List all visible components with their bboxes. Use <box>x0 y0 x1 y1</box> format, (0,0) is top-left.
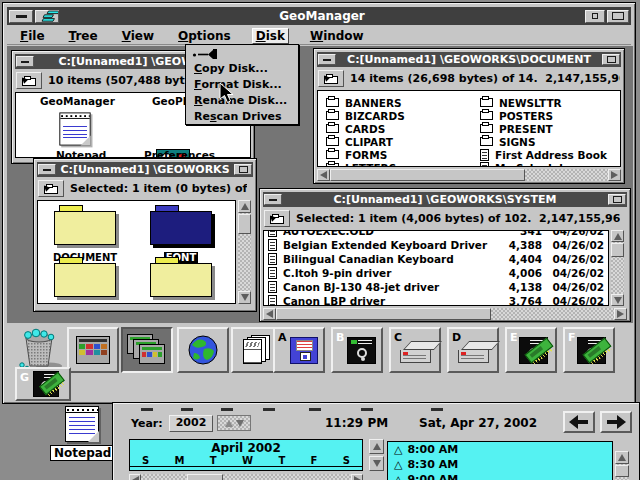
menu-file[interactable]: File <box>17 29 48 43</box>
appointments-vertical-scrollbar[interactable] <box>615 451 629 480</box>
scroll-down-button[interactable] <box>238 291 251 304</box>
scrollbar-thumb[interactable] <box>611 243 624 257</box>
year-spinner[interactable] <box>217 415 251 431</box>
file-row[interactable]: Canon LBP driver 3,764 04/26/02 <box>268 294 604 306</box>
list-item[interactable]: CARDS <box>326 122 405 135</box>
scroll-right-button[interactable] <box>608 169 621 181</box>
appointment-row[interactable]: △ 9:00 AM <box>388 472 612 480</box>
parent-directory-button[interactable] <box>264 210 290 227</box>
desktop-view-button[interactable] <box>67 327 119 373</box>
scroll-up-button[interactable] <box>615 451 629 464</box>
list-item[interactable]: CLIPART <box>326 135 405 148</box>
drive-a-button[interactable]: A <box>273 327 325 373</box>
file-row[interactable]: Canon BJ-130 48-jet driver 4,138 04/26/0… <box>268 280 604 294</box>
appointment-row[interactable]: △ 8:30 AM <box>388 457 612 472</box>
list-item[interactable]: NEWSLTTR <box>480 96 607 109</box>
scrollbar-thumb[interactable] <box>330 169 525 181</box>
menu-item-copy-disk[interactable]: Copy Disk... <box>186 60 298 76</box>
list-item[interactable]: BIZCARDS <box>326 109 405 122</box>
maximize-button[interactable] <box>607 10 629 23</box>
menu-disk[interactable]: Disk <box>252 28 289 44</box>
vertical-scrollbar[interactable] <box>238 200 251 304</box>
minimize-button[interactable] <box>264 194 282 205</box>
maximize-button[interactable] <box>234 164 252 175</box>
parent-directory-button[interactable] <box>38 180 64 197</box>
appointment-list[interactable]: △ 8:00 AM △ 8:30 AM △ 9:00 AM <box>387 441 613 480</box>
list-item[interactable]: PRESENT <box>480 122 607 135</box>
icon-label[interactable]: Preferences <box>144 149 215 158</box>
menu-options[interactable]: Options <box>175 29 234 43</box>
wastebasket-icon[interactable] <box>13 325 65 371</box>
calendar-horizontal-scrollbar[interactable] <box>129 474 363 480</box>
icon-label[interactable]: GeoManager <box>40 95 115 107</box>
list-item[interactable]: LETTERS <box>326 161 405 167</box>
list-item[interactable]: SIGNS <box>480 135 607 148</box>
menu-tree[interactable]: Tree <box>66 29 101 43</box>
list-item[interactable]: BANNERS <box>326 96 405 109</box>
file-row[interactable]: Belgian Extended Keyboard Driver 4,388 0… <box>268 238 604 252</box>
horizontal-scrollbar[interactable] <box>263 308 627 320</box>
folder-font-selected[interactable]: FONT <box>150 211 212 245</box>
file-row[interactable]: AUTOEXEC.OLD 341 04/26/02 <box>268 230 604 238</box>
scrollbar-thumb[interactable] <box>615 465 629 477</box>
minimize-button[interactable] <box>318 54 336 65</box>
year-value[interactable]: 2002 <box>169 415 213 432</box>
month-up-button[interactable] <box>369 439 384 454</box>
drive-g-button[interactable]: G <box>15 367 71 401</box>
express-menu-button[interactable] <box>35 10 59 23</box>
minimize-button[interactable] <box>38 164 56 175</box>
drive-c-button[interactable]: C <box>389 327 441 373</box>
restore-icon <box>592 13 598 19</box>
folder-state[interactable]: STATE <box>150 263 212 297</box>
scroll-up-button[interactable] <box>238 200 251 213</box>
minimize-button[interactable] <box>16 56 34 67</box>
world-button[interactable] <box>177 327 229 373</box>
drive-e-button[interactable]: E <box>505 327 557 373</box>
file-row[interactable]: C.Itoh 9-pin driver 4,006 04/26/02 <box>268 266 604 280</box>
month-down-button[interactable] <box>369 456 384 471</box>
list-item[interactable]: FORMS <box>326 148 405 161</box>
file-row[interactable]: Bilingual Canadian Keyboard 4,404 04/26/… <box>268 252 604 266</box>
scroll-right-button[interactable] <box>614 308 627 320</box>
notepad-icon[interactable] <box>59 112 90 145</box>
maximize-button[interactable] <box>602 54 620 65</box>
maximize-button[interactable] <box>608 194 626 205</box>
month-calendar[interactable]: April 2002 SMTWTFS <box>129 439 363 471</box>
drive-d-button[interactable]: D <box>447 327 499 373</box>
icon-label[interactable]: Notepad <box>56 149 106 158</box>
menu-view[interactable]: View <box>119 29 157 43</box>
menu-window[interactable]: Window <box>307 29 367 43</box>
list-item[interactable]: First Address Book <box>480 148 607 161</box>
menu-item-rename-disk[interactable]: Rename Disk... <box>186 92 298 108</box>
drive-f-button[interactable]: F <box>563 327 615 373</box>
folder-document[interactable]: DOCUMENT <box>54 211 116 245</box>
pin-menu-row[interactable] <box>186 45 298 60</box>
menu-item-rescan-drives[interactable]: Rescan Drives <box>186 108 298 124</box>
list-item[interactable]: My Schedule <box>480 161 607 167</box>
menu-item-format-disk[interactable]: Format Disk... <box>186 76 298 92</box>
minimize-button[interactable] <box>9 10 33 23</box>
scroll-left-button[interactable] <box>129 474 141 480</box>
restore-button[interactable] <box>585 10 605 23</box>
desktop-notepad-shortcut[interactable]: Notepad <box>50 406 114 461</box>
cascade-windows-button[interactable] <box>121 327 173 373</box>
scrollbar-thumb[interactable] <box>238 214 251 234</box>
list-item[interactable]: POSTERS <box>480 109 607 122</box>
scroll-left-button[interactable] <box>263 308 276 320</box>
parent-directory-button[interactable] <box>318 70 344 87</box>
folder-geocomm[interactable]: GEOCOMM <box>54 263 116 297</box>
parent-directory-button[interactable] <box>16 72 42 89</box>
next-day-button[interactable] <box>600 411 632 433</box>
appointment-row[interactable]: △ 8:00 AM <box>388 442 612 457</box>
drive-b-button[interactable]: B <box>331 327 383 373</box>
scroll-up-button[interactable] <box>611 230 624 242</box>
scrollbar-thumb[interactable] <box>276 308 491 320</box>
scrollbar-thumb[interactable] <box>187 474 223 480</box>
scroll-down-button[interactable] <box>611 294 624 306</box>
horizontal-scrollbar[interactable] <box>317 169 621 181</box>
title-bar: GeoManager <box>7 7 631 25</box>
scroll-left-button[interactable] <box>317 169 330 181</box>
previous-day-button[interactable] <box>563 411 595 433</box>
vertical-scrollbar[interactable] <box>611 230 624 306</box>
scroll-right-button[interactable] <box>351 474 363 480</box>
